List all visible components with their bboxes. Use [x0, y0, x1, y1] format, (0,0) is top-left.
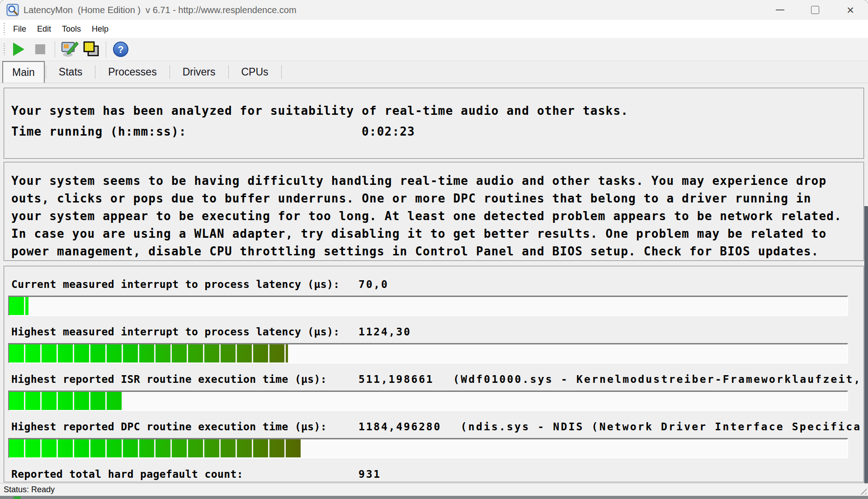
meter-value: 931 — [359, 468, 381, 480]
tab-stats[interactable]: Stats — [47, 61, 94, 83]
status-bar: Status: Ready — [0, 483, 868, 496]
meter-label-line: Highest reported DPC routine execution t… — [11, 421, 848, 435]
meter-label: Highest reported DPC routine execution t… — [11, 421, 327, 433]
report-button[interactable] — [59, 40, 80, 59]
time-running-row: Time running (h:mm:ss): 0:02:23 — [11, 125, 854, 139]
menu-gripper[interactable] — [4, 23, 5, 35]
meter-label: Highest reported ISR routine execution t… — [11, 373, 327, 385]
latency-bar-fill — [9, 392, 123, 410]
analysis-headline: Your system has been analyzed for suitab… — [11, 104, 854, 118]
meter-value: 1184,496280 — [359, 421, 441, 433]
close-icon: ✕ — [846, 5, 854, 15]
start-monitor-button[interactable] — [8, 40, 29, 59]
meter-value-line: 511,198661 (Wdf01000.sys - Kernelmodustr… — [359, 373, 862, 385]
window-controls: ✕ — [762, 0, 868, 20]
latency-meter-row: Highest reported ISR routine execution t… — [11, 373, 848, 411]
meter-label: Reported total hard pagefault count: — [11, 468, 243, 480]
meter-value-line: 1184,496280 (ndis.sys - NDIS (Network Dr… — [359, 421, 861, 433]
tab-cpus[interactable]: CPUs — [230, 61, 280, 83]
title-bar: LatencyMon (Home Edition ) v 6.71 - http… — [0, 0, 868, 20]
latency-meter-row: Highest reported DPC routine execution t… — [11, 421, 848, 458]
toolbar-gripper[interactable] — [4, 43, 5, 55]
meter-driver-info: (ndis.sys - NDIS (Network Driver Interfa… — [461, 421, 861, 433]
meter-value-line: 1124,30 — [359, 326, 411, 338]
latency-stats-box: Current measured interrupt to process la… — [4, 266, 864, 483]
play-icon — [13, 42, 24, 56]
close-button[interactable]: ✕ — [833, 0, 868, 20]
menu-edit[interactable]: Edit — [32, 23, 57, 36]
latency-meter-row: Highest measured interrupt to process la… — [11, 326, 848, 363]
time-running-label: Time running (h:mm:ss): — [11, 125, 187, 138]
menu-bar: File Edit Tools Help — [0, 20, 868, 38]
latency-bar-fill — [9, 297, 28, 315]
time-running-value: 0:02:23 — [362, 125, 415, 138]
monitor-report-icon — [61, 41, 79, 57]
window-title: LatencyMon (Home Edition ) v 6.71 - http… — [24, 5, 297, 15]
meter-value: 1124,30 — [359, 326, 411, 338]
app-icon — [6, 4, 19, 16]
latency-bar-fill — [9, 439, 301, 457]
meter-value-line: 931 — [359, 468, 381, 480]
latency-bar-fill — [9, 344, 288, 362]
tab-drivers[interactable]: Drivers — [171, 61, 227, 83]
tab-separator — [228, 65, 229, 79]
copy-button[interactable] — [80, 40, 102, 59]
meter-label-line: Highest measured interrupt to process la… — [11, 326, 848, 340]
svg-text:?: ? — [118, 44, 123, 55]
help-button[interactable]: ? — [110, 40, 132, 59]
toolbar-separator — [55, 41, 55, 57]
meter-label-line: Highest reported ISR routine execution t… — [11, 373, 848, 388]
warning-box: Your system seems to be having difficult… — [4, 162, 864, 261]
toolbar: ? — [0, 38, 868, 61]
toolbar-separator — [106, 41, 106, 57]
resize-grip-icon[interactable] — [859, 486, 867, 494]
tab-separator — [281, 65, 282, 79]
maximize-button[interactable] — [797, 0, 833, 20]
taskbar-app-indicator — [14, 496, 21, 499]
taskbar-edge — [0, 496, 868, 499]
stop-icon — [35, 44, 45, 54]
meter-label-line: Reported total hard pagefault count: 931 — [11, 468, 848, 483]
tab-separator — [95, 65, 95, 79]
help-icon: ? — [112, 41, 129, 58]
warning-text: Your system seems to be having difficult… — [11, 172, 854, 260]
maximize-icon — [811, 6, 819, 14]
analysis-summary-box: Your system has been analyzed for suitab… — [4, 88, 864, 159]
meter-driver-info: (Wdf01000.sys - Kernelmodustreiber-Frame… — [453, 373, 862, 385]
latency-bar-track — [8, 438, 848, 458]
latency-bar-track — [8, 391, 848, 411]
latencymon-window: LatencyMon (Home Edition ) v 6.71 - http… — [0, 0, 868, 499]
minimize-button[interactable] — [762, 0, 797, 20]
latency-meter-row: Current measured interrupt to process la… — [11, 278, 848, 316]
main-tab-page: Your system has been analyzed for suitab… — [0, 88, 868, 483]
copy-pages-icon — [83, 41, 100, 57]
status-text: Status: Ready — [4, 485, 55, 494]
tab-processes[interactable]: Processes — [96, 61, 168, 83]
latency-bar-track — [8, 296, 848, 316]
tab-separator — [46, 65, 46, 79]
meter-value: 511,198661 — [359, 373, 434, 385]
latency-meter-row: Reported total hard pagefault count: 931 — [11, 468, 848, 483]
meter-value-line: 70,0 — [359, 278, 389, 290]
menu-tools[interactable]: Tools — [57, 23, 86, 36]
latency-bar-track — [8, 343, 848, 363]
menu-help[interactable]: Help — [86, 23, 114, 36]
meter-label-line: Current measured interrupt to process la… — [11, 278, 848, 293]
tab-main[interactable]: Main — [2, 61, 45, 83]
vertical-scrollbar[interactable] — [864, 206, 868, 499]
meter-label: Highest measured interrupt to process la… — [11, 326, 340, 338]
tab-separator — [170, 65, 170, 79]
menu-file[interactable]: File — [8, 23, 32, 36]
stop-monitor-button[interactable] — [29, 40, 51, 59]
minimize-icon — [776, 9, 784, 10]
meter-value: 70,0 — [359, 278, 389, 290]
tab-bar: Main Stats Processes Drivers CPUs — [0, 61, 868, 83]
meter-label: Current measured interrupt to process la… — [11, 278, 340, 290]
